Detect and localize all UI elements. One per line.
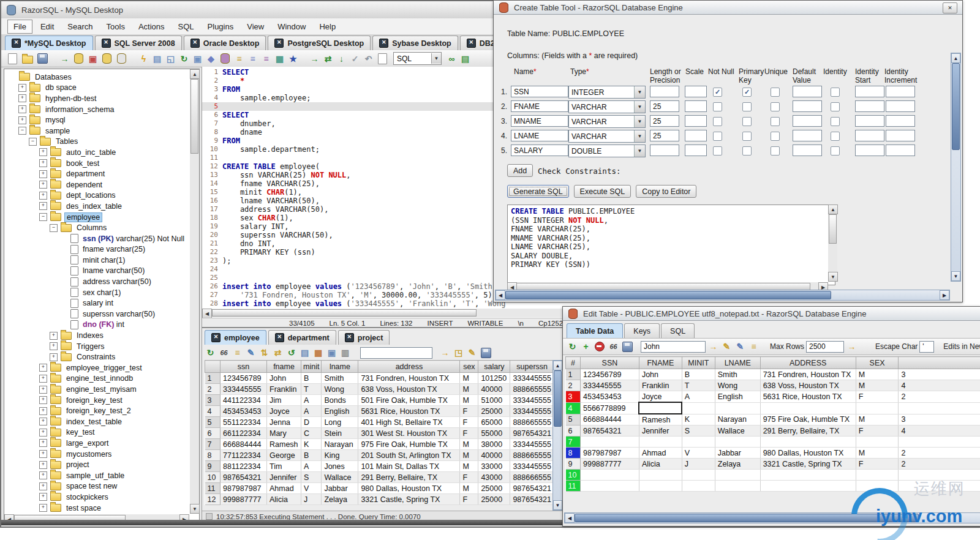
results-tab-department[interactable]: ✕department — [268, 330, 336, 345]
length-input[interactable]: 25 — [650, 115, 679, 127]
cell[interactable] — [899, 402, 980, 414]
copy-results-icon[interactable]: ▣ — [326, 347, 337, 359]
cell[interactable]: Tim — [267, 461, 301, 472]
results-row[interactable]: 6661122334MaryCStein301 West St. Houston… — [205, 428, 573, 439]
identity-checkbox[interactable] — [831, 117, 840, 126]
cell[interactable] — [899, 470, 980, 481]
tree-item-triggers[interactable]: +Triggers — [4, 341, 189, 352]
highlight-cell-icon[interactable]: ✎ — [721, 341, 733, 353]
cell[interactable]: B — [301, 450, 322, 461]
cell[interactable]: 4 — [899, 380, 980, 391]
cell[interactable]: F — [460, 428, 478, 439]
tree-item-int[interactable]: dno (FK) int — [4, 320, 189, 331]
cell[interactable]: 291 Berry, Bellaire, TX — [760, 426, 856, 437]
cell[interactable]: Jennifer — [267, 472, 301, 483]
cell[interactable]: A — [301, 461, 322, 472]
cell[interactable] — [639, 437, 682, 448]
view-record-icon[interactable]: 66 — [218, 347, 230, 359]
cell[interactable]: M — [460, 373, 478, 384]
close-tab-icon[interactable]: ✕ — [275, 333, 284, 342]
cell[interactable]: Ahmad — [639, 448, 682, 459]
cell[interactable] — [580, 470, 639, 481]
cell[interactable]: Narayan — [715, 414, 760, 426]
row-number[interactable]: 9 — [205, 461, 221, 472]
expand-icon[interactable]: + — [39, 439, 47, 447]
cell[interactable]: 453453453 — [221, 406, 267, 417]
cell[interactable]: T — [301, 384, 322, 395]
edit-row[interactable]: 2333445555FranklinTWong638 Voss, Houston… — [566, 380, 980, 391]
cell[interactable] — [760, 402, 856, 414]
cell[interactable]: M — [856, 448, 899, 459]
expand-icon[interactable]: + — [39, 504, 47, 512]
cell[interactable]: 2 — [899, 459, 980, 470]
not-null-checkbox[interactable] — [713, 102, 722, 111]
cell[interactable]: King — [322, 450, 358, 461]
search-in-file-icon[interactable]: ◱ — [165, 53, 176, 64]
expand-icon[interactable]: + — [39, 396, 47, 404]
edit-row[interactable]: 8987987987AhmadVJabbar980 Dallas, Housto… — [566, 448, 980, 459]
close-tab-icon[interactable]: ✕ — [467, 39, 476, 48]
cell[interactable]: M — [856, 380, 899, 391]
results-vscrollbar[interactable]: ▲ ▼ — [552, 360, 563, 511]
cell[interactable]: Wallace — [322, 472, 358, 483]
scroll-down-icon[interactable]: ▼ — [553, 500, 562, 510]
results-header-minit[interactable]: minit — [301, 361, 322, 373]
cell[interactable]: Franklin — [267, 384, 301, 395]
results-header-sex[interactable]: sex — [460, 361, 478, 373]
column-name-input[interactable]: FNAME — [511, 100, 568, 112]
edit-pencil-icon[interactable]: ✎ — [245, 347, 257, 359]
view-results-icon[interactable]: ∞ — [446, 53, 458, 64]
cell[interactable]: Mary — [267, 428, 301, 439]
cell[interactable]: Stein — [322, 428, 358, 439]
cell[interactable]: F — [460, 406, 478, 417]
cell[interactable]: 3321 Castle, Spring TX — [760, 459, 856, 470]
cell[interactable]: 888666555 — [510, 472, 554, 483]
edit-header-SEX[interactable]: SEX — [856, 357, 899, 369]
check-syntax-icon[interactable]: ✓ — [349, 53, 361, 64]
row-number[interactable]: 1 — [566, 369, 581, 380]
cell[interactable]: 291 Berry, Bellaire, TX — [358, 472, 460, 483]
cell[interactable]: Franklin — [639, 380, 682, 391]
edit-table-hscrollbar[interactable]: ◀ — [564, 512, 980, 523]
tree-item-information_schema[interactable]: +information_schema — [4, 104, 189, 115]
chevron-down-icon[interactable]: ▼ — [634, 86, 645, 98]
cell[interactable]: 301 West St. Houston TX — [358, 428, 460, 439]
cell[interactable]: 731 Fondren, Houston TX — [760, 369, 856, 380]
cell[interactable]: 975 Fire Oak, Humble TX — [358, 439, 460, 450]
expand-icon[interactable]: + — [39, 148, 47, 156]
cell[interactable]: K — [682, 414, 715, 426]
cell[interactable]: B — [682, 369, 715, 380]
identity-checkbox[interactable] — [831, 102, 840, 111]
default-value-input[interactable] — [793, 144, 822, 156]
tree-item-sex-char-1-[interactable]: sex char(1) — [4, 287, 189, 298]
identity-start-input[interactable] — [855, 86, 884, 97]
cell[interactable]: 987654321 — [510, 483, 554, 494]
cell[interactable]: C — [301, 428, 322, 439]
primary-key-checkbox[interactable] — [742, 132, 752, 141]
cell[interactable]: English — [322, 406, 358, 417]
cell[interactable]: 38000 — [478, 439, 510, 450]
tree-vscroll-thumb[interactable] — [190, 79, 198, 154]
tree-item-sample_utf_table[interactable]: +sample_utf_table — [4, 470, 189, 481]
not-null-checkbox[interactable] — [713, 117, 722, 126]
results-row[interactable]: 3441122334JimABonds501 Fire Oak, Humble … — [205, 395, 573, 406]
cell[interactable] — [856, 437, 899, 448]
cell[interactable] — [639, 402, 682, 414]
menu-search[interactable]: Search — [62, 20, 98, 33]
cell[interactable]: Smith — [322, 373, 358, 384]
expand-icon[interactable]: + — [39, 181, 47, 189]
cell[interactable] — [715, 481, 760, 492]
cell[interactable]: 101250 — [478, 373, 510, 384]
cell[interactable] — [580, 437, 639, 448]
execute-sql-icon[interactable]: ϟ — [138, 53, 149, 64]
results-header-salary[interactable]: salary — [478, 361, 510, 373]
copy-editor-icon[interactable] — [378, 53, 387, 64]
cell[interactable]: 551122334 — [221, 417, 267, 428]
identity-increment-input[interactable] — [886, 144, 915, 156]
export-data-icon[interactable]: ▦ — [274, 53, 285, 64]
tree-item-engine_test_myisam[interactable]: +engine_test_myisam — [4, 384, 189, 395]
expand-icon[interactable]: + — [39, 192, 47, 200]
row-number[interactable]: 11 — [205, 483, 221, 494]
cell[interactable]: 638 Voss, Houston TX — [760, 380, 856, 391]
cell[interactable] — [682, 481, 715, 492]
